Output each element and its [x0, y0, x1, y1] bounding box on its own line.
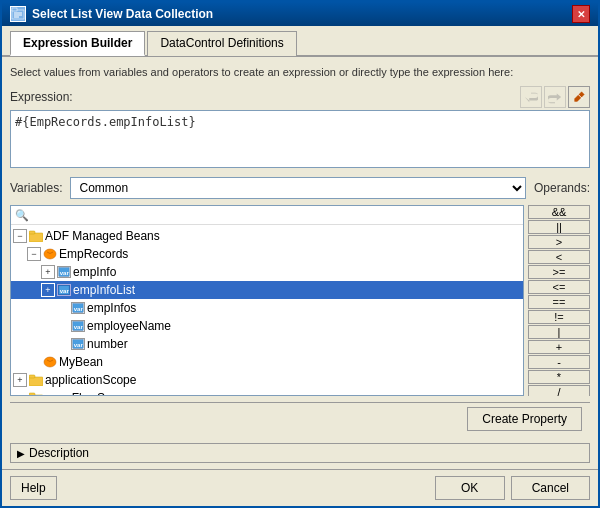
toggle-emp-info-list[interactable]: + [41, 283, 55, 297]
operand-and[interactable]: && [528, 205, 590, 219]
tab-expression-builder[interactable]: Expression Builder [10, 31, 145, 56]
tree-label: pageFlowScope [45, 391, 131, 396]
cancel-button[interactable]: Cancel [511, 476, 590, 500]
svg-rect-1 [12, 8, 17, 11]
search-row: 🔍 [11, 206, 523, 225]
dialog: Select List View Data Collection ✕ Expre… [0, 0, 600, 508]
bean-icon [43, 248, 57, 260]
tree-label: empInfoList [73, 283, 135, 297]
tree-label: EmpRecords [59, 247, 128, 261]
expression-label: Expression: [10, 90, 73, 104]
var-icon: var [71, 302, 85, 314]
operand-lte[interactable]: <= [528, 280, 590, 294]
search-input[interactable] [33, 208, 519, 222]
operand-gt[interactable]: > [528, 235, 590, 249]
variables-row: Variables: Common Operands: [10, 177, 590, 199]
operand-lt[interactable]: < [528, 250, 590, 264]
variables-select[interactable]: Common [70, 177, 525, 199]
tree-item-emp-infos[interactable]: var empInfos [11, 299, 523, 317]
forward-button[interactable] [544, 86, 566, 108]
operand-neq[interactable]: != [528, 310, 590, 324]
tree-item-adf-managed-beans[interactable]: − ADF Managed Beans [11, 227, 523, 245]
main-panel: 🔍 − ADF Managed Beans [10, 205, 590, 396]
toggle-spacer [55, 337, 69, 351]
create-property-button[interactable]: Create Property [467, 407, 582, 431]
tab-datacontrol-definitions[interactable]: DataControl Definitions [147, 31, 296, 56]
search-icon: 🔍 [15, 209, 29, 222]
footer-left: Help [10, 476, 57, 500]
svg-rect-7 [29, 231, 35, 234]
footer: Help OK Cancel [2, 469, 598, 506]
tree-label: empInfos [87, 301, 136, 315]
tree-item-emp-info[interactable]: + var empInfo [11, 263, 523, 281]
dialog-title: Select List View Data Collection [32, 7, 213, 21]
tree-item-emp-records[interactable]: − EmpRecords [11, 245, 523, 263]
folder-icon [29, 374, 43, 386]
svg-text:var: var [74, 342, 84, 348]
dialog-body: Expression Builder DataControl Definitio… [2, 26, 598, 506]
toggle-emp-records[interactable]: − [27, 247, 41, 261]
tree-panel[interactable]: 🔍 − ADF Managed Beans [10, 205, 524, 396]
folder-icon [29, 392, 43, 396]
tree-label: MyBean [59, 355, 103, 369]
dialog-icon [10, 6, 26, 22]
svg-text:var: var [60, 270, 70, 276]
expression-section: Expression: [10, 86, 590, 171]
tree-content: − ADF Managed Beans − [11, 225, 523, 396]
var-icon: var [57, 266, 71, 278]
tree-item-employee-name[interactable]: var employeeName [11, 317, 523, 335]
svg-rect-22 [29, 395, 43, 396]
expression-input[interactable]: #{EmpRecords.empInfoList} [10, 110, 590, 168]
toggle-application-scope[interactable]: + [13, 373, 27, 387]
tab-content: Select values from variables and operato… [2, 57, 598, 443]
tree-label: employeeName [87, 319, 171, 333]
tree-label: number [87, 337, 128, 351]
close-button[interactable]: ✕ [572, 5, 590, 23]
var-icon: var [71, 338, 85, 350]
operand-or[interactable]: || [528, 220, 590, 234]
folder-icon [29, 230, 43, 242]
svg-rect-21 [29, 375, 35, 378]
bean-icon [43, 356, 57, 368]
svg-rect-23 [29, 393, 35, 396]
ok-button[interactable]: OK [435, 476, 505, 500]
description-toggle[interactable]: ▶ [17, 448, 25, 459]
tree-item-number[interactable]: var number [11, 335, 523, 353]
tree-label: applicationScope [45, 373, 136, 387]
svg-rect-20 [29, 377, 43, 386]
tree-label: empInfo [73, 265, 116, 279]
svg-point-8 [44, 249, 56, 259]
variables-label: Variables: [10, 181, 62, 195]
toggle-spacer [27, 355, 41, 369]
toggle-emp-info[interactable]: + [41, 265, 55, 279]
tab-bar: Expression Builder DataControl Definitio… [2, 26, 598, 57]
tree-item-page-flow-scope[interactable]: pageFlowScope [11, 389, 523, 396]
description-text: Select values from variables and operato… [10, 65, 590, 80]
tree-label: ADF Managed Beans [45, 229, 160, 243]
help-button[interactable]: Help [10, 476, 57, 500]
description-section: ▶ Description [10, 443, 590, 463]
operand-mul[interactable]: * [528, 370, 590, 384]
svg-rect-6 [29, 233, 43, 242]
footer-right: OK Cancel [435, 476, 590, 500]
tree-item-application-scope[interactable]: + applicationScope [11, 371, 523, 389]
tree-item-emp-info-list[interactable]: + var empInfoList [11, 281, 523, 299]
toolbar-icons [520, 86, 590, 108]
toggle-spacer [55, 319, 69, 333]
var-icon: var [57, 284, 71, 296]
tree-item-my-bean[interactable]: MyBean [11, 353, 523, 371]
operand-div[interactable]: / [528, 385, 590, 396]
description-label: Description [29, 446, 89, 460]
operand-pipe[interactable]: | [528, 325, 590, 339]
toggle-spacer [13, 391, 27, 396]
operand-plus[interactable]: + [528, 340, 590, 354]
operand-minus[interactable]: - [528, 355, 590, 369]
toggle-spacer [55, 301, 69, 315]
operand-eq[interactable]: == [528, 295, 590, 309]
operand-gte[interactable]: >= [528, 265, 590, 279]
operands-panel: && || > < >= <= == != | + - * / % [528, 205, 590, 396]
operands-label: Operands: [534, 181, 590, 195]
back-button[interactable] [520, 86, 542, 108]
clear-button[interactable] [568, 86, 590, 108]
toggle-adf-managed-beans[interactable]: − [13, 229, 27, 243]
